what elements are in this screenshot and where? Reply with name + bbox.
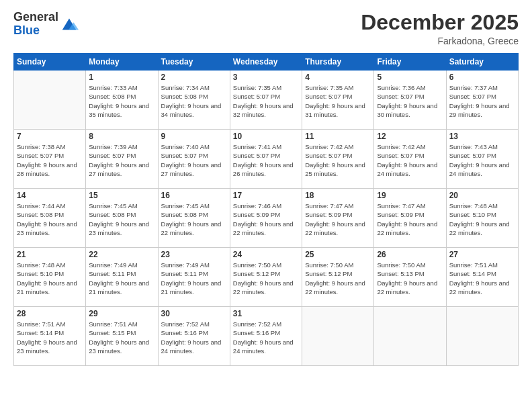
calendar-cell: 8Sunrise: 7:39 AMSunset: 5:07 PMDaylight… xyxy=(86,130,158,189)
weekday-header: Friday xyxy=(374,54,446,71)
sunrise-text: Sunrise: 7:52 AM xyxy=(161,320,210,328)
calendar-cell: 24Sunrise: 7:50 AMSunset: 5:12 PMDayligh… xyxy=(230,248,302,307)
sunset-text: Sunset: 5:11 PM xyxy=(89,270,136,277)
calendar-cell: 12Sunrise: 7:42 AMSunset: 5:07 PMDayligh… xyxy=(374,130,446,189)
weekday-header: Thursday xyxy=(302,54,374,71)
day-info: Sunrise: 7:47 AMSunset: 5:09 PMDaylight:… xyxy=(377,201,443,237)
daylight-text: Daylight: 9 hours and 34 minutes. xyxy=(161,102,222,118)
sunrise-text: Sunrise: 7:36 AM xyxy=(377,84,425,91)
sunset-text: Sunset: 5:14 PM xyxy=(17,329,64,336)
day-info: Sunrise: 7:39 AMSunset: 5:07 PMDaylight:… xyxy=(89,142,154,178)
daylight-text: Daylight: 9 hours and 24 minutes. xyxy=(377,161,437,177)
calendar-cell: 20Sunrise: 7:48 AMSunset: 5:10 PMDayligh… xyxy=(446,189,518,248)
sunset-text: Sunset: 5:07 PM xyxy=(17,152,64,159)
day-info: Sunrise: 7:52 AMSunset: 5:16 PMDaylight:… xyxy=(161,320,227,355)
day-info: Sunrise: 7:50 AMSunset: 5:12 PMDaylight:… xyxy=(305,261,371,296)
calendar-cell: 14Sunrise: 7:44 AMSunset: 5:08 PMDayligh… xyxy=(14,189,86,248)
day-number: 14 xyxy=(17,191,83,200)
sunset-text: Sunset: 5:07 PM xyxy=(305,93,352,100)
sunset-text: Sunset: 5:10 PM xyxy=(449,211,496,218)
daylight-text: Daylight: 9 hours and 22 minutes. xyxy=(377,279,437,295)
day-info: Sunrise: 7:42 AMSunset: 5:07 PMDaylight:… xyxy=(377,142,443,178)
calendar-cell: 9Sunrise: 7:40 AMSunset: 5:07 PMDaylight… xyxy=(158,130,230,189)
daylight-text: Daylight: 9 hours and 22 minutes. xyxy=(233,279,294,295)
sunset-text: Sunset: 5:10 PM xyxy=(17,270,64,277)
logo-icon xyxy=(60,15,79,34)
day-number: 8 xyxy=(89,132,154,141)
sunset-text: Sunset: 5:16 PM xyxy=(233,329,280,336)
month-title: December 2025 xyxy=(361,11,519,34)
daylight-text: Daylight: 9 hours and 22 minutes. xyxy=(161,220,222,236)
calendar-week-row: 28Sunrise: 7:51 AMSunset: 5:14 PMDayligh… xyxy=(14,307,519,366)
day-number: 24 xyxy=(233,250,299,259)
calendar-cell: 15Sunrise: 7:45 AMSunset: 5:08 PMDayligh… xyxy=(86,189,158,248)
calendar-cell: 19Sunrise: 7:47 AMSunset: 5:09 PMDayligh… xyxy=(374,189,446,248)
calendar-cell: 29Sunrise: 7:51 AMSunset: 5:15 PMDayligh… xyxy=(86,307,158,366)
day-info: Sunrise: 7:43 AMSunset: 5:07 PMDaylight:… xyxy=(449,142,515,178)
calendar-cell: 6Sunrise: 7:37 AMSunset: 5:07 PMDaylight… xyxy=(446,71,518,130)
sunset-text: Sunset: 5:14 PM xyxy=(449,270,496,277)
day-info: Sunrise: 7:44 AMSunset: 5:08 PMDaylight:… xyxy=(17,201,83,237)
day-info: Sunrise: 7:38 AMSunset: 5:07 PMDaylight:… xyxy=(17,142,83,178)
sunset-text: Sunset: 5:16 PM xyxy=(161,329,208,336)
daylight-text: Daylight: 9 hours and 35 minutes. xyxy=(89,102,149,118)
sunrise-text: Sunrise: 7:50 AM xyxy=(377,261,425,269)
daylight-text: Daylight: 9 hours and 22 minutes. xyxy=(377,220,437,236)
day-info: Sunrise: 7:40 AMSunset: 5:07 PMDaylight:… xyxy=(161,142,227,178)
sunset-text: Sunset: 5:08 PM xyxy=(89,93,136,100)
day-info: Sunrise: 7:51 AMSunset: 5:15 PMDaylight:… xyxy=(89,320,154,355)
day-info: Sunrise: 7:35 AMSunset: 5:07 PMDaylight:… xyxy=(233,83,299,119)
day-number: 28 xyxy=(17,309,83,318)
day-number: 23 xyxy=(161,250,227,259)
sunrise-text: Sunrise: 7:52 AM xyxy=(233,320,281,328)
sunset-text: Sunset: 5:07 PM xyxy=(377,93,424,100)
day-info: Sunrise: 7:46 AMSunset: 5:09 PMDaylight:… xyxy=(233,201,299,237)
sunrise-text: Sunrise: 7:34 AM xyxy=(161,84,210,91)
sunrise-text: Sunrise: 7:47 AM xyxy=(377,202,425,210)
sunset-text: Sunset: 5:15 PM xyxy=(89,329,136,336)
day-number: 9 xyxy=(161,132,227,141)
day-info: Sunrise: 7:47 AMSunset: 5:09 PMDaylight:… xyxy=(305,201,371,237)
daylight-text: Daylight: 9 hours and 27 minutes. xyxy=(89,161,149,177)
day-info: Sunrise: 7:41 AMSunset: 5:07 PMDaylight:… xyxy=(233,142,299,178)
sunset-text: Sunset: 5:07 PM xyxy=(449,152,496,159)
sunrise-text: Sunrise: 7:45 AM xyxy=(161,202,210,210)
sunrise-text: Sunrise: 7:38 AM xyxy=(17,143,65,150)
calendar-cell: 27Sunrise: 7:51 AMSunset: 5:14 PMDayligh… xyxy=(446,248,518,307)
sunrise-text: Sunrise: 7:39 AM xyxy=(89,143,137,150)
weekday-header: Monday xyxy=(86,54,158,71)
day-number: 5 xyxy=(377,73,443,82)
day-number: 2 xyxy=(161,73,227,82)
sunset-text: Sunset: 5:09 PM xyxy=(233,211,280,218)
day-number: 7 xyxy=(17,132,83,141)
subtitle: Farkadona, Greece xyxy=(361,36,519,46)
day-number: 1 xyxy=(89,73,154,82)
sunrise-text: Sunrise: 7:51 AM xyxy=(449,261,498,269)
daylight-text: Daylight: 9 hours and 31 minutes. xyxy=(305,102,365,118)
sunset-text: Sunset: 5:12 PM xyxy=(305,270,352,277)
calendar-cell xyxy=(302,307,374,366)
logo-general: General xyxy=(13,10,58,24)
sunrise-text: Sunrise: 7:45 AM xyxy=(89,202,137,210)
weekday-header: Tuesday xyxy=(158,54,230,71)
day-info: Sunrise: 7:50 AMSunset: 5:13 PMDaylight:… xyxy=(377,261,443,296)
calendar-cell: 10Sunrise: 7:41 AMSunset: 5:07 PMDayligh… xyxy=(230,130,302,189)
day-number: 29 xyxy=(89,309,154,318)
day-info: Sunrise: 7:52 AMSunset: 5:16 PMDaylight:… xyxy=(233,320,299,355)
calendar-cell xyxy=(446,307,518,366)
sunrise-text: Sunrise: 7:48 AM xyxy=(449,202,498,210)
daylight-text: Daylight: 9 hours and 21 minutes. xyxy=(161,279,222,295)
day-info: Sunrise: 7:37 AMSunset: 5:07 PMDaylight:… xyxy=(449,83,515,119)
day-number: 6 xyxy=(449,73,515,82)
calendar-cell: 1Sunrise: 7:33 AMSunset: 5:08 PMDaylight… xyxy=(86,71,158,130)
day-info: Sunrise: 7:48 AMSunset: 5:10 PMDaylight:… xyxy=(449,201,515,237)
day-number: 16 xyxy=(161,191,227,200)
logo-text: General Blue xyxy=(13,11,79,38)
daylight-text: Daylight: 9 hours and 24 minutes. xyxy=(449,161,510,177)
sunset-text: Sunset: 5:07 PM xyxy=(449,93,496,100)
sunset-text: Sunset: 5:08 PM xyxy=(89,211,136,218)
weekday-header: Saturday xyxy=(446,54,518,71)
sunrise-text: Sunrise: 7:48 AM xyxy=(17,261,65,269)
weekday-header: Sunday xyxy=(14,54,86,71)
sunset-text: Sunset: 5:11 PM xyxy=(161,270,208,277)
